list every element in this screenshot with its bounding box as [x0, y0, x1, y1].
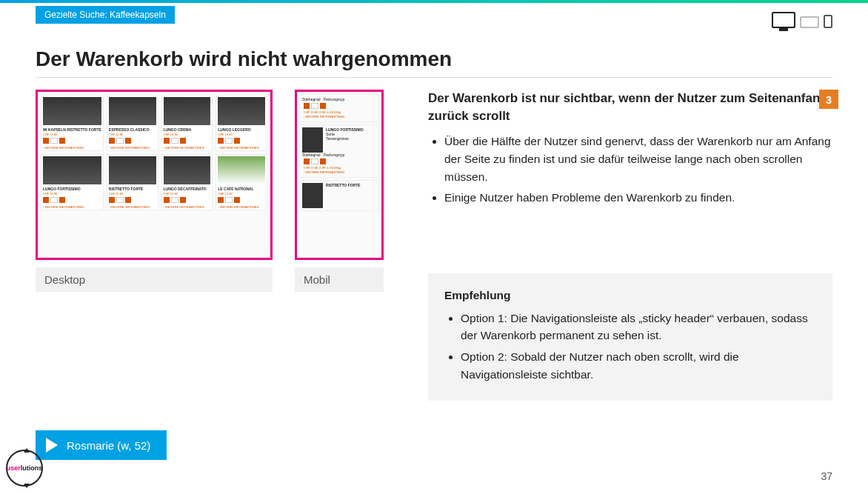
brand-logo: userlutions [6, 450, 43, 487]
title-divider [36, 77, 832, 78]
video-participant-label: Rosmarie (w, 52) [67, 439, 150, 452]
priority-badge: 3 [819, 90, 838, 109]
tablet-icon [824, 15, 832, 28]
product-card: LUNGO DECAFFEINATO CHF 19.80 › WEITERE I… [161, 154, 213, 210]
product-card: LUNGO FORTISSIMO CHF 19.80 › WEITERE INF… [41, 154, 104, 210]
recommendation-item: Option 2: Sobald der Nutzer nach oben sc… [461, 348, 816, 383]
recommendation-title: Empfehlung [444, 287, 816, 304]
screenshot-mobile-label: Mobil [295, 267, 384, 292]
laptop-icon [800, 16, 819, 28]
mobile-product-card: RISTRETTO FORTE [299, 180, 379, 211]
mobile-product-card: Stärkegrad Packungstyp CHF 19.80 (CHF 4.… [299, 94, 379, 122]
video-play-chip[interactable]: Rosmarie (w, 52) [36, 430, 167, 460]
play-icon [46, 438, 58, 453]
finding-item: Einige Nutzer haben Probleme den Warenko… [444, 189, 832, 207]
screenshot-desktop: 96 KAPSELN RISTRETTO FORTE CHF 19.80 › W… [36, 90, 273, 260]
product-card: 96 KAPSELN RISTRETTO FORTE CHF 19.80 › W… [41, 95, 104, 151]
findings-list: Über die Hälfte der Nutzer sind genervt,… [428, 133, 832, 207]
search-tag-badge: Gezielte Suche: Kaffeekapseln [36, 6, 175, 24]
desktop-icon [772, 12, 795, 28]
product-card: RISTRETTO FORTE CHF 19.80 › WEITERE INFO… [107, 154, 158, 210]
page-title: Der Warenkorb wird nicht wahrgenommen [36, 47, 832, 71]
screenshot-desktop-label: Desktop [36, 267, 273, 292]
recommendation-box: Empfehlung Option 1: Die Navigationsleis… [428, 273, 832, 401]
recommendation-item: Option 1: Die Navigationsleiste als „sti… [461, 310, 816, 344]
findings-subheading: Der Warenkorb ist nur sichtbar, wenn der… [428, 90, 832, 125]
device-indicator [772, 12, 832, 28]
product-card: ESPRESSO CLASSICO CHF 19.80 › WEITERE IN… [107, 95, 158, 151]
page-number: 37 [821, 470, 832, 482]
screenshot-mobile: Stärkegrad Packungstyp CHF 19.80 (CHF 4.… [295, 90, 384, 260]
mobile-product-card: LUNGO FORTISSIMO Sorte Tassengrösse Stär… [299, 124, 379, 178]
product-card: LE CAFE NATIONAL CHF 19.80 › WEITERE INF… [216, 154, 267, 210]
finding-item: Über die Hälfte der Nutzer sind genervt,… [444, 133, 832, 186]
product-card: LUNGO LEGGERO CHF 19.80 › WEITERE INFORM… [216, 95, 267, 151]
product-card: LUNGO CREMA CHF 19.80 › WEITERE INFORMAT… [161, 95, 213, 151]
